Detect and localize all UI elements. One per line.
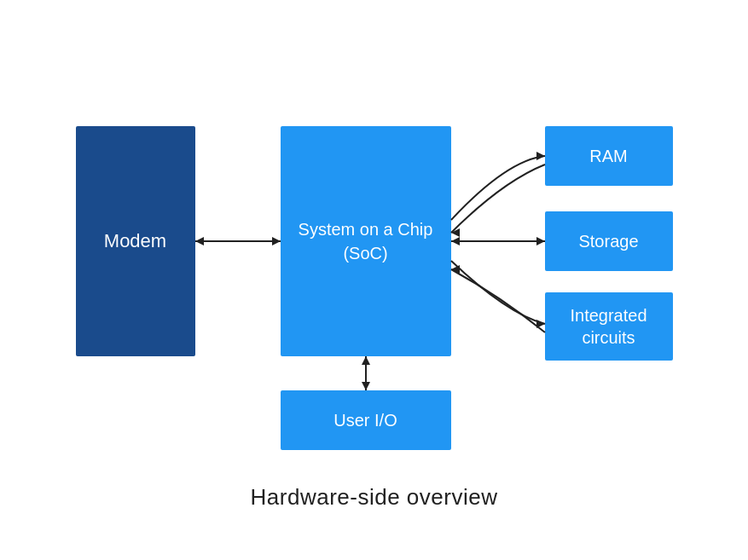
- svg-marker-9: [451, 265, 460, 274]
- ic-box: Integrated circuits: [545, 292, 673, 361]
- storage-box: Storage: [545, 211, 673, 271]
- svg-marker-4: [451, 228, 460, 237]
- diagram-title: Hardware-side overview: [251, 484, 498, 511]
- modem-label: Modem: [104, 230, 166, 252]
- userio-label: User I/O: [333, 411, 397, 430]
- soc-label: System on a Chip (SoC): [299, 217, 433, 265]
- ic-label: Integrated circuits: [570, 304, 647, 349]
- svg-marker-8: [536, 320, 545, 328]
- storage-label: Storage: [578, 232, 638, 251]
- diagram-area: Modem System on a Chip (SoC) RAM Storage…: [25, 49, 724, 476]
- userio-box: User I/O: [281, 390, 451, 450]
- svg-marker-6: [451, 237, 460, 245]
- ram-box: RAM: [545, 126, 673, 186]
- soc-box: System on a Chip (SoC): [281, 126, 451, 356]
- slide: Modem System on a Chip (SoC) RAM Storage…: [0, 0, 748, 560]
- svg-marker-7: [536, 237, 545, 245]
- svg-marker-12: [362, 382, 370, 390]
- ram-label: RAM: [589, 147, 627, 166]
- modem-box: Modem: [76, 126, 195, 356]
- svg-marker-11: [362, 356, 370, 365]
- svg-marker-1: [195, 237, 204, 245]
- svg-marker-2: [272, 237, 281, 245]
- svg-marker-3: [536, 152, 545, 160]
